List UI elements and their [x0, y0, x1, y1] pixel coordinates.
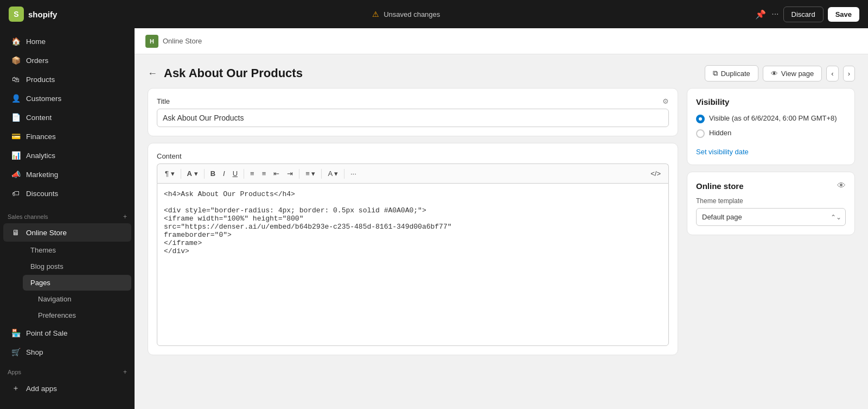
toolbar-align-btn[interactable]: ≡ ▾ — [302, 167, 318, 180]
visibility-hidden-option[interactable]: Hidden — [696, 129, 846, 138]
next-page-button[interactable]: › — [843, 66, 855, 81]
marketing-icon: 📣 — [11, 170, 21, 179]
toolbar-ul-btn[interactable]: ≡ — [247, 167, 258, 180]
editor-main: Title ⚙ Content ¶ ▾ — [148, 88, 678, 396]
toolbar-sep-3 — [244, 169, 244, 179]
toolbar-underline-btn[interactable]: U — [229, 167, 241, 180]
sidebar-item-marketing[interactable]: 📣 Marketing — [3, 165, 131, 184]
duplicate-label: Duplicate — [721, 70, 750, 78]
toolbar-indent-btn[interactable]: ⇥ — [284, 167, 296, 180]
content-icon: 📄 — [11, 113, 21, 122]
topbar-actions: 📌 ··· — [755, 9, 778, 20]
eye-icon[interactable]: 👁 — [837, 181, 846, 191]
navigation-label: Navigation — [38, 295, 71, 303]
sidebar-sales-channels: 🖥 Online Store Themes Blog posts Pages N… — [0, 223, 135, 362]
visibility-title: Visibility — [696, 97, 846, 106]
visibility-visible-radio[interactable] — [696, 115, 705, 123]
sidebar-item-content-label: Content — [26, 114, 52, 122]
toolbar-paragraph-btn[interactable]: ¶ ▾ — [162, 167, 178, 180]
main-layout: 🏠 Home 📦 Orders 🛍 Products 👤 Customers 📄… — [0, 28, 868, 409]
content-label-text: Content — [157, 152, 182, 160]
view-page-icon: 👁 — [771, 70, 778, 78]
sidebar-item-pages[interactable]: Pages — [23, 275, 131, 291]
save-button[interactable]: Save — [828, 7, 859, 22]
toolbar-outdent-btn[interactable]: ⇤ — [270, 167, 283, 180]
sidebar-item-blog-posts[interactable]: Blog posts — [23, 259, 131, 274]
toolbar-more-btn[interactable]: ··· — [347, 167, 360, 180]
sidebar-item-customers[interactable]: 👤 Customers — [3, 89, 131, 108]
sidebar-item-home[interactable]: 🏠 Home — [3, 32, 131, 51]
sidebar-item-shop[interactable]: 🛒 Shop — [3, 343, 131, 361]
themes-label: Themes — [30, 246, 56, 254]
page-header-left: ← Ask About Our Products — [148, 66, 303, 80]
online-store-title: Online store — [696, 181, 744, 191]
title-settings-icon: ⚙ — [662, 97, 669, 105]
more-options-icon[interactable]: ··· — [771, 9, 778, 19]
view-page-button[interactable]: 👁 View page — [763, 66, 822, 81]
sidebar-item-products[interactable]: 🛍 Products — [3, 70, 131, 89]
duplicate-button[interactable]: ⧉ Duplicate — [705, 65, 758, 81]
back-button[interactable]: ← — [148, 68, 157, 79]
apps-label: Apps — [8, 369, 21, 375]
toolbar-ol-btn[interactable]: ≡ — [259, 167, 270, 180]
sidebar-item-finances[interactable]: 💳 Finances — [3, 127, 131, 146]
toolbar-group-2: A ▾ — [184, 167, 201, 180]
visibility-hidden-radio[interactable] — [696, 129, 705, 138]
topbar-left: S shopify — [9, 7, 57, 22]
pages-sub: Navigation Preferences — [20, 291, 135, 323]
shopify-logo: S shopify — [9, 7, 57, 22]
online-store-card: Online store 👁 Theme template Default pa… — [687, 172, 855, 235]
store-icon-letter: H — [150, 38, 154, 45]
toolbar-group-1: ¶ ▾ — [162, 167, 178, 180]
sidebar-item-online-store[interactable]: 🖥 Online Store — [3, 223, 131, 242]
sidebar-item-navigation[interactable]: Navigation — [30, 291, 131, 307]
sidebar-item-home-label: Home — [26, 37, 46, 46]
editor-layout: Title ⚙ Content ¶ ▾ — [135, 88, 868, 409]
sidebar-item-content[interactable]: 📄 Content — [3, 108, 131, 127]
toolbar-source-btn[interactable]: </> — [647, 167, 664, 180]
apps-section: Apps + — [0, 362, 135, 378]
warning-icon: ⚠ — [372, 10, 379, 18]
sidebar-item-themes[interactable]: Themes — [23, 242, 131, 258]
title-field-label: Title ⚙ — [157, 97, 669, 105]
visibility-card: Visibility Visible (as of 6/6/2024, 6:00… — [687, 88, 855, 165]
sidebar-item-discounts-label: Discounts — [26, 190, 58, 198]
theme-template-wrapper: Default page contact faq password ⌃⌄ — [696, 208, 846, 226]
store-icon: H — [145, 35, 158, 48]
sales-channels-expand-icon[interactable]: + — [123, 213, 127, 221]
view-page-label: View page — [781, 70, 814, 78]
toolbar-color-btn[interactable]: A ▾ — [324, 167, 341, 180]
sales-channels-label: Sales channels — [8, 213, 48, 220]
theme-template-label: Theme template — [696, 197, 846, 205]
theme-template-select[interactable]: Default page contact faq password — [696, 208, 846, 226]
apps-expand-icon[interactable]: + — [123, 368, 127, 376]
sidebar-item-finances-label: Finances — [26, 133, 56, 141]
content-card: Content ¶ ▾ A ▾ B I U — [148, 143, 678, 355]
sidebar-item-orders[interactable]: 📦 Orders — [3, 51, 131, 70]
sidebar-item-customers-label: Customers — [26, 95, 61, 103]
toolbar-italic-btn[interactable]: I — [220, 167, 228, 180]
online-store-icon: 🖥 — [11, 228, 21, 237]
title-input[interactable] — [157, 109, 669, 127]
toolbar-font-btn[interactable]: A ▾ — [184, 167, 201, 180]
set-visibility-link[interactable]: Set visibility date — [696, 148, 749, 156]
discard-button[interactable]: Discard — [783, 7, 824, 22]
products-icon: 🛍 — [11, 75, 21, 84]
sidebar-item-add-apps[interactable]: ＋ Add apps — [3, 379, 131, 398]
pin-icon[interactable]: 📌 — [755, 9, 766, 20]
visibility-visible-option[interactable]: Visible (as of 6/6/2024, 6:00 PM GMT+8) — [696, 114, 846, 123]
sidebar-item-point-of-sale[interactable]: 🏪 Point of Sale — [3, 324, 131, 342]
content-editor[interactable]: <h4>Ask About Our Products</h4> <div sty… — [157, 183, 669, 346]
toolbar-sep-2 — [204, 169, 205, 179]
duplicate-icon: ⧉ — [713, 69, 718, 78]
toolbar-bold-btn[interactable]: B — [207, 167, 219, 180]
online-store-header: Online store 👁 — [696, 181, 846, 191]
sidebar-item-preferences[interactable]: Preferences — [30, 307, 131, 323]
blog-posts-label: Blog posts — [30, 262, 63, 270]
sidebar-item-discounts[interactable]: 🏷 Discounts — [3, 184, 131, 203]
sidebar-item-analytics[interactable]: 📊 Analytics — [3, 146, 131, 165]
preferences-label: Preferences — [38, 311, 76, 319]
sidebar-item-orders-label: Orders — [26, 56, 48, 65]
prev-page-button[interactable]: ‹ — [826, 66, 838, 81]
customers-icon: 👤 — [11, 94, 21, 103]
